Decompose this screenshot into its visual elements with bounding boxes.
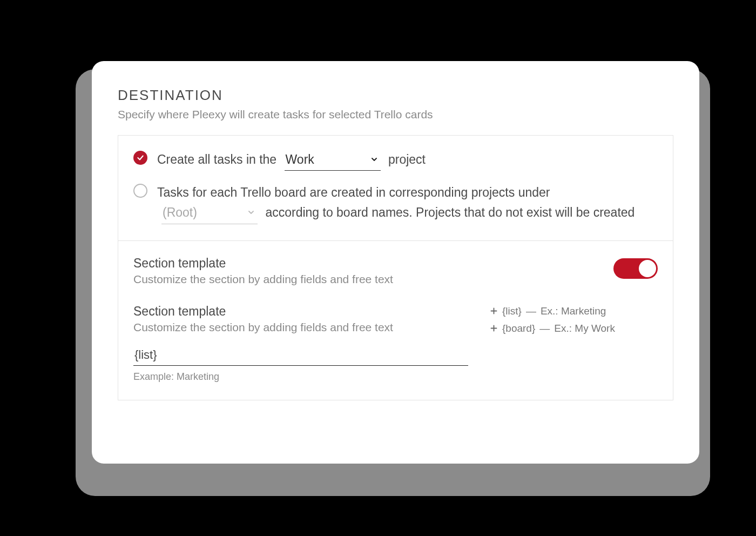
project-select[interactable]: Work — [285, 150, 381, 171]
option2-line1: Tasks for each Trello board are created … — [157, 185, 550, 199]
root-project-select-value: (Root) — [163, 203, 197, 223]
section-template-form-title: Section template — [133, 304, 468, 319]
plus-icon — [490, 324, 498, 332]
field-hint-board-token: {board} — [502, 323, 535, 334]
chevron-down-icon — [247, 208, 255, 217]
radio-option-per-board-label: Tasks for each Trello board are created … — [157, 183, 658, 224]
field-hint-board-example: Ex.: My Work — [554, 323, 615, 334]
section-template-title: Section template — [133, 256, 597, 271]
field-hint-list-example: Ex.: Marketing — [541, 305, 606, 317]
section-title: DESTINATION — [118, 87, 673, 104]
radio-unchecked-icon — [133, 184, 147, 198]
destination-panel: Create all tasks in the Work project — [118, 135, 673, 400]
root-project-select[interactable]: (Root) — [161, 203, 258, 224]
option1-suffix: project — [388, 152, 426, 166]
settings-card: DESTINATION Specify where Pleexy will cr… — [92, 61, 699, 464]
section-template-panel: Section template Customize the section b… — [118, 241, 673, 400]
section-subtitle: Specify where Pleexy will create tasks f… — [118, 108, 673, 121]
option2-line2: according to board names. Projects that … — [265, 205, 634, 219]
toggle-knob — [639, 260, 656, 277]
destination-options: Create all tasks in the Work project — [118, 136, 673, 241]
radio-checked-icon — [133, 151, 147, 165]
field-hint-list-token: {list} — [502, 305, 522, 317]
option1-prefix: Create all tasks in the — [157, 152, 276, 166]
section-template-toggle[interactable] — [613, 258, 658, 279]
field-hint-board[interactable]: {board} — Ex.: My Work — [490, 323, 658, 334]
radio-option-per-board[interactable]: Tasks for each Trello board are created … — [133, 183, 658, 224]
radio-option-single-project-label: Create all tasks in the Work project — [157, 150, 426, 171]
section-template-example: Example: Marketing — [133, 371, 468, 383]
section-template-form-description: Customize the section by adding fields a… — [133, 321, 468, 334]
project-select-value: Work — [286, 150, 314, 170]
field-hints: {list} — Ex.: Marketing {board} — — [490, 304, 658, 340]
chevron-down-icon — [370, 155, 379, 164]
radio-option-single-project[interactable]: Create all tasks in the Work project — [133, 150, 658, 171]
field-hint-list[interactable]: {list} — Ex.: Marketing — [490, 305, 658, 317]
section-template-input[interactable] — [133, 344, 468, 366]
section-template-description: Customize the section by adding fields a… — [133, 273, 597, 286]
plus-icon — [490, 307, 498, 315]
